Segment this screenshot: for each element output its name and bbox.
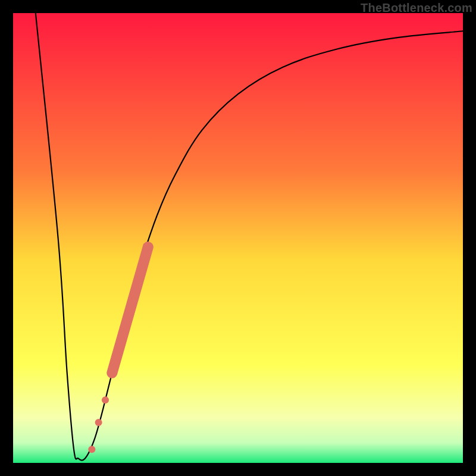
highlight-dot [88, 446, 95, 453]
curve-layer [13, 13, 463, 463]
main-curve [36, 13, 463, 461]
highlight-dot [102, 396, 109, 403]
highlight-dot [95, 419, 102, 426]
chart-frame: TheBottleneck.com [0, 0, 476, 476]
highlight-band [112, 247, 148, 373]
highlight-segment [88, 247, 148, 453]
watermark-text: TheBottleneck.com [361, 1, 472, 15]
plot-area [13, 13, 463, 463]
